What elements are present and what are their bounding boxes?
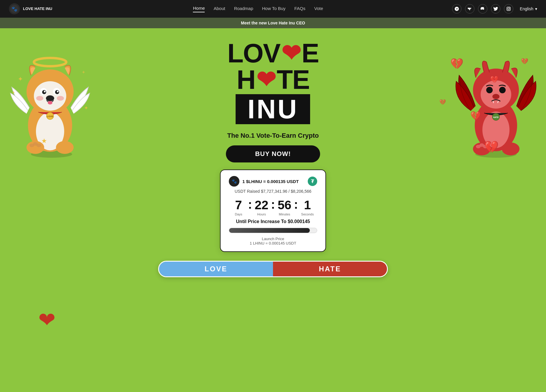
svg-point-40 <box>502 142 519 155</box>
svg-point-13 <box>42 90 46 94</box>
days-label: Days <box>230 212 247 216</box>
svg-point-18 <box>48 101 52 104</box>
instagram-icon[interactable] <box>504 4 513 14</box>
svg-point-20 <box>57 96 64 101</box>
chevron-down-icon: ▾ <box>535 6 537 11</box>
svg-point-6 <box>31 151 72 158</box>
youtube-icon[interactable] <box>452 4 461 14</box>
nav-about[interactable]: About <box>214 6 225 12</box>
telegram-icon[interactable] <box>465 4 474 14</box>
svg-point-37 <box>492 113 499 120</box>
hours-label: Hours <box>253 212 270 216</box>
svg-point-34 <box>486 87 493 93</box>
separator-3: : <box>294 198 298 216</box>
logo-text: LOVE HATE INU <box>23 6 52 11</box>
lovehate-bar: LOVE HATE <box>158 261 388 277</box>
discord-icon[interactable] <box>478 4 487 14</box>
tether-icon: ₮ <box>308 177 317 186</box>
svg-point-10 <box>34 81 66 111</box>
nav-home[interactable]: Home <box>193 6 205 12</box>
logo-icon: 🐾 <box>9 3 20 14</box>
svg-point-15 <box>44 91 46 92</box>
tagline: The No.1 Vote-To-Earn Crypto <box>227 132 319 139</box>
nav-howtobuy[interactable]: How To Buy <box>262 6 286 12</box>
svg-point-31 <box>482 112 509 148</box>
svg-text:HATE: HATE <box>493 116 499 118</box>
svg-text:🐾: 🐾 <box>11 6 17 12</box>
svg-point-4 <box>509 8 510 8</box>
svg-point-21 <box>47 112 54 119</box>
svg-point-35 <box>499 87 506 93</box>
svg-point-29 <box>475 151 517 158</box>
progress-bar-container <box>229 228 317 233</box>
countdown-timer: 7 Days : 22 Hours : 56 Minutes : 1 Secon… <box>229 198 317 216</box>
svg-point-30 <box>475 99 517 151</box>
svg-point-36 <box>492 94 499 99</box>
love-side[interactable]: LOVE <box>159 262 273 276</box>
until-text: Until Price Increase To $0.000145 <box>229 219 317 224</box>
svg-point-14 <box>55 90 59 94</box>
countdown-minutes: 56 <box>276 199 293 211</box>
svg-point-24 <box>27 141 44 154</box>
lhinu-logo-icon: 🐾 <box>229 176 239 187</box>
devil-character: HATE <box>455 46 537 159</box>
svg-point-12 <box>53 88 60 95</box>
countdown-days: 7 <box>230 199 247 211</box>
svg-point-25 <box>56 141 74 154</box>
countdown-seconds: 1 <box>299 199 316 211</box>
svg-point-32 <box>473 69 519 112</box>
navigation: 🐾 LOVE HATE INU Home About Roadmap How T… <box>0 0 546 18</box>
nav-roadmap[interactable]: Roadmap <box>234 6 253 12</box>
svg-text:🐾: 🐾 <box>232 179 237 184</box>
inu-text: INU <box>247 94 298 124</box>
brand-logo: LOV ❤ E H ❤ TE INU <box>227 40 319 124</box>
svg-text:★: ★ <box>41 137 47 144</box>
svg-point-7 <box>28 99 72 152</box>
hero-section: LOVE ★ ✦ ✦ ✦ ✦ <box>0 28 546 392</box>
minutes-label: Minutes <box>276 212 293 216</box>
svg-point-39 <box>473 142 491 155</box>
separator-1: : <box>248 198 252 216</box>
nav-links: Home About Roadmap How To Buy FAQs Vote <box>64 6 452 12</box>
twitter-icon[interactable] <box>491 4 500 14</box>
language-text: English <box>520 6 533 11</box>
countdown-hours: 22 <box>253 199 270 211</box>
angel-character: LOVE ★ ✦ ✦ ✦ ✦ <box>9 46 91 159</box>
buy-now-button[interactable]: BUY NOW! <box>226 145 320 162</box>
svg-point-26 <box>29 144 34 147</box>
launch-price: Launch Price 1 LHINU = 0.000145 USDT <box>229 237 317 245</box>
svg-point-9 <box>27 69 74 114</box>
svg-text:LOVE: LOVE <box>47 115 53 118</box>
svg-point-5 <box>34 58 66 66</box>
nav-faqs[interactable]: FAQs <box>294 6 306 12</box>
svg-point-16 <box>57 91 59 92</box>
nav-logo[interactable]: 🐾 LOVE HATE INU <box>9 3 52 14</box>
nav-vote[interactable]: Vote <box>314 6 323 12</box>
svg-point-8 <box>36 112 64 150</box>
svg-point-41 <box>476 145 481 148</box>
nav-right: English ▾ <box>452 4 537 14</box>
svg-point-19 <box>36 96 43 101</box>
separator-2: : <box>271 198 275 216</box>
svg-rect-2 <box>507 7 510 11</box>
svg-point-43 <box>483 145 488 148</box>
announcement-text: Meet the new Love Hate Inu CEO <box>241 21 305 25</box>
hate-label: HATE <box>319 265 341 273</box>
seconds-label: Seconds <box>299 212 316 216</box>
language-selector[interactable]: English ▾ <box>520 6 537 11</box>
svg-point-3 <box>508 8 509 10</box>
svg-point-42 <box>479 143 484 147</box>
hate-side[interactable]: HATE <box>273 262 387 276</box>
svg-point-33 <box>481 80 511 109</box>
announcement-bar: Meet the new Love Hate Inu CEO <box>0 18 546 28</box>
svg-point-28 <box>37 144 41 147</box>
svg-point-17 <box>46 95 54 101</box>
progress-bar-fill <box>229 228 310 233</box>
price-rate-text: 1 $LHINU = 0.000135 USDT <box>242 179 299 184</box>
svg-point-11 <box>40 88 47 95</box>
price-card: 🐾 1 $LHINU = 0.000135 USDT ₮ USDT Raised… <box>220 170 326 252</box>
love-label: LOVE <box>205 265 227 273</box>
raised-text: USDT Raised $7,727,341.96 / $8,206,566 <box>229 189 317 194</box>
lovehate-bar-section: LOVE HATE <box>6 261 540 277</box>
svg-point-27 <box>33 142 38 146</box>
